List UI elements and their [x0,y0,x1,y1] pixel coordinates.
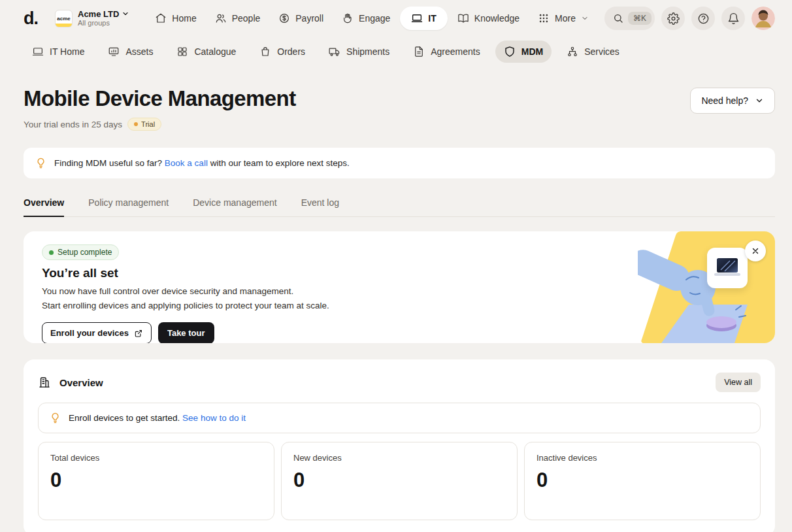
tab-event-log[interactable]: Event log [301,197,339,216]
nav-label: Engage [359,13,390,24]
nav-item-payroll[interactable]: Payroll [270,7,332,30]
promo-prefix: Finding MDM useful so far? [54,158,162,168]
subnav-item-shipments[interactable]: Shipments [320,41,398,63]
trial-badge: Trial [127,118,161,131]
grid-icon [176,46,188,58]
org-logo: acme [55,10,73,27]
overview-header: Overview View all [38,373,761,392]
subnav-item-assets[interactable]: Assets [99,41,161,63]
trial-text: Your trial ends in 25 days [24,120,122,129]
overview-card: Overview View all Enroll devices to get … [24,359,775,532]
chevron-down-icon [755,96,764,105]
trial-badge-label: Trial [141,120,155,128]
settings-button[interactable] [661,7,685,30]
stat-label: Total devices [50,453,262,463]
subnav-item-catalogue[interactable]: Catalogue [168,41,244,63]
top-bar-left: d. acme Acme LTD All groups Home People [24,7,597,30]
payroll-icon [278,12,290,24]
monitor-chart-icon [108,46,120,58]
setup-complete-card: Setup complete You’re all set You now ha… [24,231,775,343]
nav-label: Home [172,13,196,24]
subnav-label: MDM [521,46,543,57]
chevron-down-icon [581,14,589,22]
subnav-label: Services [584,46,619,57]
org-subtitle: All groups [78,19,129,27]
overview-title-wrap: Overview [38,376,103,389]
stat-card-new-devices: New devices 0 [281,442,518,520]
document-icon [413,46,425,58]
nav-label: Payroll [295,13,323,24]
page-title-block: Mobile Device Management Your trial ends… [24,86,296,131]
overview-title: Overview [59,377,103,388]
subnav-item-it-home[interactable]: IT Home [24,41,93,63]
search-button[interactable]: ⌘K [604,7,655,30]
lightbulb-icon [35,157,47,169]
org-text: Acme LTD All groups [78,9,129,28]
close-icon [751,246,760,256]
nav-item-people[interactable]: People [206,7,269,30]
org-name: Acme LTD [78,9,119,20]
user-avatar[interactable] [751,7,775,30]
home-icon [155,12,167,24]
notifications-button[interactable] [721,7,745,30]
subnav-item-agreements[interactable]: Agreements [404,41,488,63]
it-sub-nav: IT Home Assets Catalogue Orders Shipment… [0,37,792,72]
top-bar: d. acme Acme LTD All groups Home People [0,0,792,37]
mdm-tabs: Overview Policy management Device manage… [24,197,775,217]
question-icon [697,12,710,25]
truck-icon [329,46,340,58]
take-tour-button[interactable]: Take tour [158,322,214,343]
book-a-call-link[interactable]: Book a call [165,158,208,168]
main-nav: Home People Payroll Engage IT Knowledge [146,7,597,30]
shield-icon [504,46,516,58]
avatar-image [751,7,775,30]
search-icon [613,13,623,24]
nav-label: More [555,13,576,24]
laptop-image [713,257,742,279]
subnav-item-services[interactable]: Services [558,41,628,63]
subnav-label: Orders [277,46,305,57]
hierarchy-icon [567,46,578,58]
subnav-item-orders[interactable]: Orders [251,41,314,63]
tab-overview[interactable]: Overview [24,197,64,217]
need-help-button[interactable]: Need help? [690,88,775,114]
people-icon [215,12,227,24]
laptop-icon [411,12,423,24]
subnav-label: Catalogue [194,46,236,57]
stat-value: 0 [536,469,748,492]
stat-card-inactive-devices: Inactive devices 0 [524,442,761,520]
enroll-devices-button[interactable]: Enroll your devices [42,322,152,343]
see-how-link[interactable]: See how to do it [182,413,246,423]
stat-label: New devices [293,453,505,463]
view-all-button[interactable]: View all [716,373,761,392]
nav-item-it[interactable]: IT [400,7,447,30]
tab-device-management[interactable]: Device management [193,197,276,216]
nav-item-knowledge[interactable]: Knowledge [449,7,528,30]
external-link-icon [134,329,143,338]
laptop-icon [32,46,44,58]
shopping-bag-icon [259,46,271,58]
tip-text-wrap: Enroll devices to get started. See how t… [69,413,246,423]
stat-value: 0 [50,469,262,492]
subnav-label: Agreements [431,46,480,57]
dismiss-card-button[interactable] [745,241,766,261]
keyboard-shortcut: ⌘K [628,12,652,25]
bell-icon [727,12,740,25]
subnav-item-mdm[interactable]: MDM [495,41,552,63]
setup-status-label: Setup complete [58,248,112,257]
stat-value: 0 [293,469,505,492]
nav-item-engage[interactable]: Engage [333,7,399,30]
enroll-tip-banner: Enroll devices to get started. See how t… [38,403,761,433]
grid-dots-icon [538,12,550,24]
nav-item-more[interactable]: More [529,7,597,30]
promo-text: Finding MDM useful so far? Book a call w… [54,158,350,168]
help-center-button[interactable] [691,7,715,30]
tip-text: Enroll devices to get started. [69,413,180,423]
org-switcher[interactable]: acme Acme LTD All groups [55,9,129,28]
chevron-down-icon [122,10,129,18]
nav-label: IT [428,13,436,24]
tab-policy-management[interactable]: Policy management [88,197,169,216]
nav-item-home[interactable]: Home [146,7,205,30]
trial-info: Your trial ends in 25 days Trial [24,118,296,131]
deel-logo[interactable]: d. [24,8,38,29]
